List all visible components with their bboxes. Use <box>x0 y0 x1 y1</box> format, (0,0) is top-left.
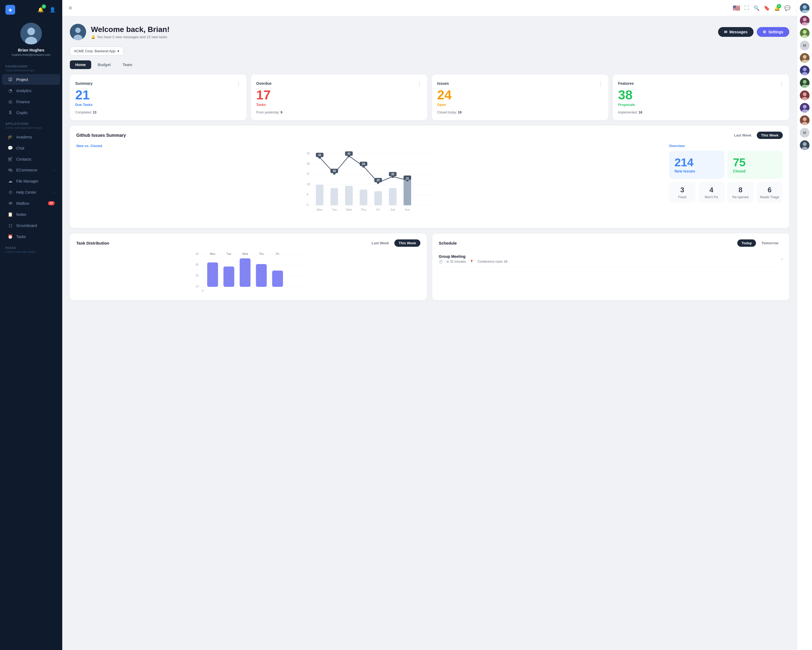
github-chart-svg: 45 36 27 18 9 0 <box>76 151 662 221</box>
svg-text:30: 30 <box>196 263 199 266</box>
topbar-actions: 🇺🇸 ⛶ 🔍 🔖 🔔 5 💬 <box>733 5 791 12</box>
stat-card-summary: Summary ⋮ 21 Due Tasks Completed: 13 <box>70 75 247 120</box>
scrumboard-icon: ◻ <box>8 223 13 228</box>
sidebar-item-crypto[interactable]: $ Crypto <box>2 107 60 118</box>
task-this-week-button[interactable]: This Week <box>394 239 420 247</box>
clock-icon: 🕐 <box>439 260 443 263</box>
svg-text:22: 22 <box>406 177 409 180</box>
summary-menu-icon[interactable]: ⋮ <box>236 80 241 86</box>
welcome-actions: ✉ Messages ⚙ Settings <box>718 27 789 37</box>
features-title: Features <box>618 81 634 86</box>
sidebar-item-finance[interactable]: ◎ Finance <box>2 96 60 107</box>
search-icon[interactable]: 🔍 <box>754 5 760 11</box>
flag-icon[interactable]: 🇺🇸 <box>733 5 740 12</box>
sidebar-item-label: Contacts <box>16 157 31 161</box>
svg-text:27: 27 <box>307 172 310 176</box>
hamburger-menu-button[interactable]: ≡ <box>69 5 72 11</box>
tab-budget[interactable]: Budget <box>92 60 116 69</box>
sidebar-item-contacts[interactable]: 🛒 Contacts <box>2 154 60 164</box>
right-avatar-7[interactable] <box>800 78 810 88</box>
chat-icon: 💬 <box>8 145 13 151</box>
tomorrow-button[interactable]: Tomorrow <box>757 239 783 247</box>
right-avatar-9[interactable] <box>800 103 810 113</box>
sidebar-item-ecommerce[interactable]: 🛍 ECommerce › <box>2 165 60 175</box>
user-circle-button[interactable]: 👤 <box>48 5 57 14</box>
sidebar-item-analytics[interactable]: ◔ Analytics <box>2 85 60 96</box>
issues-title: Issues <box>437 81 449 86</box>
svg-text:Sat: Sat <box>391 208 395 211</box>
event-title: Group Meeting <box>439 254 508 258</box>
settings-button[interactable]: ⚙ Settings <box>757 27 789 37</box>
tab-team[interactable]: Team <box>117 60 138 69</box>
svg-point-91 <box>803 92 807 96</box>
right-avatar-2[interactable] <box>800 16 810 26</box>
fullscreen-icon[interactable]: ⛶ <box>744 5 749 11</box>
helpcenter-icon: ⊙ <box>8 190 13 195</box>
wontfix-label: Won't Fix <box>705 195 718 199</box>
overview-top-cards: 214 New Issues 75 Closed <box>669 151 783 179</box>
right-avatar-12[interactable] <box>800 140 810 150</box>
notification-icon[interactable]: 🔔 5 <box>774 5 780 11</box>
event-chevron-icon[interactable]: › <box>781 257 783 262</box>
tab-home[interactable]: Home <box>70 60 91 69</box>
right-avatar-1[interactable] <box>800 3 810 13</box>
sidebar-item-helpcenter[interactable]: ⊙ Help Center › <box>2 187 60 197</box>
sidebar-item-label: Finance <box>16 99 30 104</box>
sidebar-item-tasks[interactable]: ⏰ Tasks <box>2 231 60 242</box>
svg-text:Tue: Tue <box>332 208 337 211</box>
academy-icon: 🎓 <box>8 134 13 139</box>
messages-button[interactable]: ✉ Messages <box>718 27 754 37</box>
today-button[interactable]: Today <box>737 239 756 247</box>
finance-icon: ◎ <box>8 99 13 104</box>
issues-menu-icon[interactable]: ⋮ <box>598 80 603 86</box>
sidebar-item-notes[interactable]: 📋 Notes <box>2 209 60 220</box>
sidebar-item-chat[interactable]: 💬 Chat <box>2 143 60 153</box>
right-avatar-5[interactable] <box>800 53 810 63</box>
chat-icon[interactable]: 💬 <box>785 5 791 11</box>
contacts-icon: 🛒 <box>8 156 13 162</box>
issues-label: Open <box>437 102 603 107</box>
event-meta: 🕐 in 32 minutes 📍 Conference room 1B <box>439 260 508 263</box>
svg-rect-65 <box>240 258 250 287</box>
sidebar-item-mailbox[interactable]: ✉ Mailbox 27 <box>2 198 60 208</box>
bookmark-icon[interactable]: 🔖 <box>764 5 770 11</box>
sidebar-item-label: Notes <box>16 213 26 217</box>
this-week-button[interactable]: This Week <box>757 132 783 139</box>
svg-text:20: 20 <box>377 179 380 182</box>
right-avatar-8[interactable] <box>800 90 810 100</box>
chevron-right-icon: › <box>53 190 55 194</box>
svg-text:Fri: Fri <box>377 208 380 211</box>
online-dot <box>807 60 809 63</box>
sidebar-item-academy[interactable]: 🎓 Academy <box>2 132 60 142</box>
svg-rect-61 <box>207 262 218 287</box>
closed-label: Closed <box>733 169 746 173</box>
right-avatar-4[interactable]: M <box>800 41 810 50</box>
notification-bell-button[interactable]: 🔔 3 <box>36 5 45 14</box>
features-footer: Implemented: 16 <box>618 110 784 114</box>
task-last-week-button[interactable]: Last Week <box>367 239 393 247</box>
svg-text:0: 0 <box>307 203 308 206</box>
features-menu-icon[interactable]: ⋮ <box>779 80 784 86</box>
sidebar-item-label: Academy <box>16 135 32 139</box>
svg-point-97 <box>803 117 807 121</box>
github-title: Github Issues Summary <box>76 133 126 138</box>
right-avatar-10[interactable] <box>800 115 810 125</box>
right-avatar-3[interactable] <box>800 28 810 38</box>
profile-name: Brian Hughes <box>18 47 44 52</box>
app-selector[interactable]: ACME Corp. Backend App ▾ <box>70 47 124 55</box>
sidebar-item-label: Scrumboard <box>16 223 37 228</box>
overdue-menu-icon[interactable]: ⋮ <box>417 80 422 86</box>
tasks-icon: ⏰ <box>8 234 13 239</box>
last-week-button[interactable]: Last Week <box>730 132 756 139</box>
triage-card: 6 Needs Triage <box>757 182 783 203</box>
sidebar-item-scrumboard[interactable]: ◻ Scrumboard <box>2 220 60 231</box>
closed-issues-card: 75 Closed <box>728 151 783 179</box>
app-logo[interactable]: ◈ <box>5 5 15 15</box>
sidebar-item-project[interactable]: ☑ Project <box>2 74 60 85</box>
right-avatar-6[interactable] <box>800 66 810 75</box>
closed-number: 75 <box>733 156 746 169</box>
sidebar-item-filemanager[interactable]: ☁ File Manager <box>2 176 60 186</box>
svg-rect-19 <box>330 188 338 205</box>
sidebar-item-label: Crypto <box>16 110 27 115</box>
right-avatar-11[interactable]: M <box>800 128 810 138</box>
